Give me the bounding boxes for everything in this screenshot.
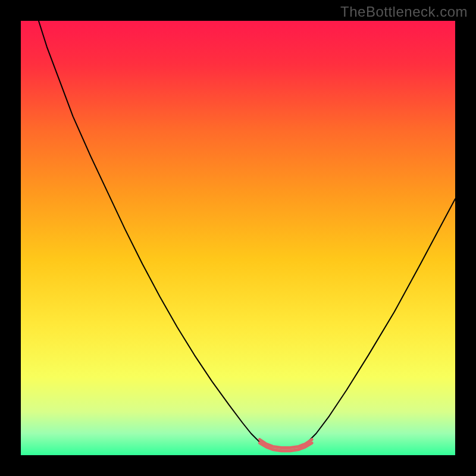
chart-svg: [0, 0, 476, 476]
chart-stage: TheBottleneck.com: [0, 0, 476, 476]
plot-background: [21, 21, 455, 455]
